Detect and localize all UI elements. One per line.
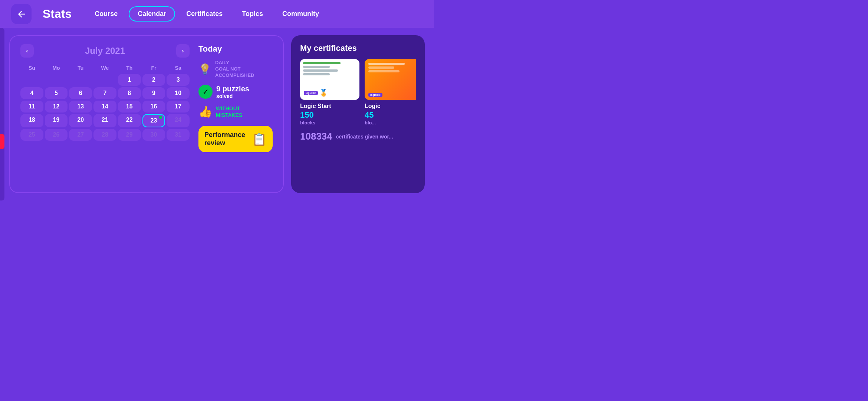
day-11[interactable]: 11 [20,101,43,113]
header: Stats Course Calendar Certificates Topic… [0,0,434,28]
day-24[interactable]: 24 [167,114,190,127]
nav-course[interactable]: Course [86,7,126,21]
cert-blocks-label-1: blocks [300,120,359,125]
day-header-tu: Tu [69,63,92,72]
day-7[interactable]: 7 [93,87,116,99]
day-header-th: Th [118,63,141,72]
nav-bar: Course Calendar Certificates Topics Comm… [86,6,327,22]
cert-medal-1: 🏅 [319,89,328,97]
prev-month-button[interactable]: ‹ [20,44,34,58]
certs-title: My certificates [300,43,416,53]
page-title: Stats [43,7,72,21]
calendar-grid: Su Mo Tu We Th Fr Sa 1 2 3 4 5 6 7 [20,63,190,141]
cert-badge-2: logiclike [368,93,382,97]
cert-line-1 [303,62,341,64]
day-header-mo: Mo [45,63,68,72]
perf-btn-label: Performancereview [204,131,245,147]
day-empty-4 [93,74,116,86]
goal-row: 💡 DAILYGOAL NOTACCOMPLISHED [198,60,273,79]
puzzles-sub: solved [216,93,249,99]
day-26[interactable]: 26 [45,129,68,141]
back-button[interactable] [11,4,32,24]
cert-badge-1: logiclike 🏅 [304,89,328,97]
day-empty-3 [69,74,92,86]
day-19[interactable]: 19 [45,114,68,127]
day-22[interactable]: 22 [118,114,141,127]
puzzles-info: 9 puzzles solved [216,85,249,99]
day-6[interactable]: 6 [69,87,92,99]
cert-image-2: logiclike [365,59,416,100]
goal-text: DAILYGOAL NOTACCOMPLISHED [215,60,254,79]
day-20[interactable]: 20 [69,114,92,127]
cert-line-3 [303,69,338,72]
day-header-su: Su [20,63,43,72]
main-content: ‹ July 2021 › Su Mo Tu We Th Fr Sa [0,28,434,200]
day-3[interactable]: 3 [167,74,190,86]
puzzles-row: ✓ 9 puzzles solved [198,85,273,99]
cert-count-number: 108334 [300,131,332,142]
back-icon [16,9,27,19]
day-8[interactable]: 8 [118,87,141,99]
day-31[interactable]: 31 [167,129,190,141]
cert-line-4 [303,73,330,75]
day-9[interactable]: 9 [142,87,165,99]
cert-line-2 [303,66,330,68]
day-14[interactable]: 14 [93,101,116,113]
cert-count-text: certificates given wor... [336,134,393,140]
cert-name-2: Logic [365,103,416,110]
next-month-button[interactable]: › [176,44,190,58]
cert-image-1: logiclike 🏅 [300,59,359,100]
day-30[interactable]: 30 [142,129,165,141]
day-2[interactable]: 2 [142,74,165,86]
check-icon: ✓ [198,85,213,99]
day-27[interactable]: 27 [69,129,92,141]
perf-btn-icon: 📋 [252,132,267,146]
cert-blocks-1: 150 [300,110,359,120]
day-12[interactable]: 12 [45,101,68,113]
day-17[interactable]: 17 [167,101,190,113]
day-23-today[interactable]: 23 [142,114,165,127]
calendar-section: ‹ July 2021 › Su Mo Tu We Th Fr Sa [9,35,284,193]
nav-topics[interactable]: Topics [234,7,271,21]
sidebar-indicator [0,134,4,149]
nav-certificates[interactable]: Certificates [178,7,231,21]
day-28[interactable]: 28 [93,129,116,141]
cert-card-1[interactable]: logiclike 🏅 Logic Start 150 blocks [300,59,359,125]
left-sidebar [0,28,4,200]
today-panel: Today 💡 DAILYGOAL NOTACCOMPLISHED ✓ 9 pu… [198,44,273,184]
cert-blocks-label-2: blo... [365,120,416,125]
day-10[interactable]: 10 [167,87,190,99]
thumbs-up-icon: 👍 [198,105,212,118]
puzzles-count: 9 puzzles [216,85,249,93]
goal-icon: 💡 [198,63,211,75]
cert-line-orange-1 [368,63,405,65]
day-5[interactable]: 5 [45,87,68,99]
nav-community[interactable]: Community [274,7,327,21]
day-16[interactable]: 16 [142,101,165,113]
month-year-label: July 2021 [85,46,125,56]
cert-name-1: Logic Start [300,103,359,110]
mistakes-text: WITHOUTMISTAKES [216,105,242,118]
mistakes-row: 👍 WITHOUTMISTAKES [198,105,273,118]
cert-count-row: 108334 certificates given wor... [300,131,416,142]
today-dot [159,116,162,119]
day-18[interactable]: 18 [20,114,43,127]
performance-review-button[interactable]: Performancereview 📋 [198,126,273,152]
cert-blocks-2: 45 [365,110,416,120]
logiclike-logo-2: logiclike [368,93,382,97]
day-4[interactable]: 4 [20,87,43,99]
day-header-sa: Sa [167,63,190,72]
day-15[interactable]: 15 [118,101,141,113]
cert-card-2[interactable]: logiclike Logic 45 blo... [365,59,416,125]
cert-line-orange-2 [368,66,394,69]
day-21[interactable]: 21 [93,114,116,127]
nav-calendar[interactable]: Calendar [129,6,175,22]
calendar: ‹ July 2021 › Su Mo Tu We Th Fr Sa [20,44,190,184]
day-29[interactable]: 29 [118,129,141,141]
certificates-section: My certificates logiclike 🏅 Logic [291,35,425,193]
day-13[interactable]: 13 [69,101,92,113]
day-1[interactable]: 1 [118,74,141,86]
day-25[interactable]: 25 [20,129,43,141]
cert-line-orange-3 [368,70,400,72]
calendar-header: ‹ July 2021 › [20,44,190,58]
